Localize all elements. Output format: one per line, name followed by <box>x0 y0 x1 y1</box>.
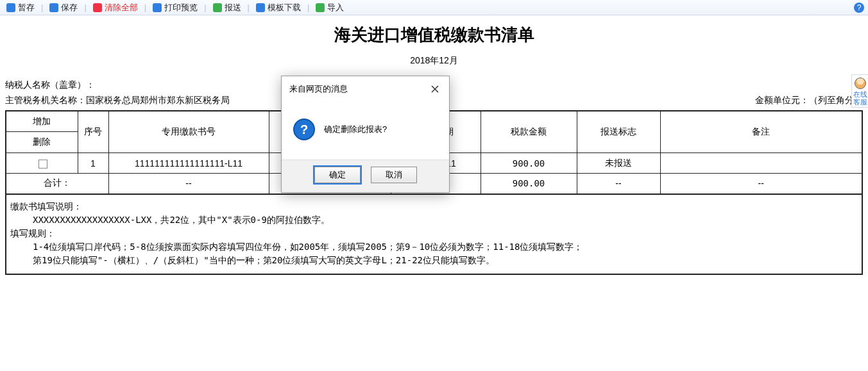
total-label: 合计： <box>6 174 108 194</box>
submit-button[interactable]: 报送 <box>210 2 244 13</box>
row-checkbox-cell <box>6 153 78 174</box>
instr-line4: 1-4位须填写口岸代码；5-8位须按票面实际内容填写四位年份，如2005年，须填… <box>10 240 858 254</box>
authority-label: 主管税务机关名称： <box>5 95 86 106</box>
dialog-close-button[interactable] <box>429 83 441 95</box>
dialog-footer: 确定 取消 <box>282 160 449 192</box>
save-label: 保存 <box>61 2 78 13</box>
help-button[interactable]: ? <box>854 3 864 13</box>
question-icon: ? <box>293 119 315 140</box>
avatar-icon <box>855 78 866 89</box>
col-submit-flag: 报送标志 <box>577 111 660 153</box>
instr-line2: XXXXXXXXXXXXXXXXXX-LXX，共22位，其中"X"表示0-9的阿… <box>10 213 858 227</box>
delete-row-button[interactable]: 删除 <box>6 132 78 153</box>
dock-label: 在线客服 <box>852 90 868 106</box>
separator: | <box>307 3 309 12</box>
col-book-no: 专用缴款书号 <box>108 111 269 153</box>
template-download-button[interactable]: 模板下载 <box>253 2 303 13</box>
dialog-body: ? 确定删除此报表? <box>282 102 449 160</box>
print-icon <box>153 3 162 12</box>
print-preview-label: 打印预览 <box>164 2 198 13</box>
col-remark: 备注 <box>660 111 862 153</box>
clear-icon <box>93 3 102 12</box>
content-area: 海关进口增值税缴款书清单 2018年12月 纳税人名称（盖章）： 主管税务机关名… <box>0 15 868 371</box>
download-icon <box>256 3 265 12</box>
dialog-ok-button[interactable]: 确定 <box>314 167 361 183</box>
period-date: 2018年12月 <box>5 55 863 67</box>
dialog-cancel-button[interactable]: 取消 <box>371 167 417 183</box>
separator: | <box>248 3 250 12</box>
cell-seq: 1 <box>78 153 108 174</box>
taxpayer-label: 纳税人名称（盖章）： <box>5 79 95 91</box>
total-remark: -- <box>660 174 862 194</box>
separator: | <box>144 3 146 12</box>
instr-line1: 缴款书填写说明： <box>10 200 858 213</box>
submit-label: 报送 <box>225 2 241 13</box>
submit-icon <box>213 3 222 12</box>
instructions-panel: 缴款书填写说明： XXXXXXXXXXXXXXXXXX-LXX，共22位，其中"… <box>5 195 863 275</box>
separator: | <box>41 3 43 12</box>
clear-all-button[interactable]: 清除全部 <box>90 2 140 13</box>
dialog-message: 确定删除此报表? <box>324 124 387 135</box>
cell-remark[interactable] <box>660 153 862 174</box>
cell-tax-amount[interactable]: 900.00 <box>481 153 577 174</box>
instr-line3: 填写规则： <box>10 227 858 240</box>
cell-submit-flag: 未报送 <box>577 153 660 174</box>
row-checkbox[interactable] <box>38 160 47 169</box>
col-tax-amount: 税款金额 <box>481 111 577 153</box>
import-label: 导入 <box>327 2 344 13</box>
confirm-dialog: 来自网页的消息 ? 确定删除此报表? 确定 取消 <box>281 76 450 193</box>
save-draft-icon <box>6 3 15 12</box>
col-seq: 序号 <box>78 111 108 153</box>
template-download-label: 模板下载 <box>268 2 301 13</box>
import-icon <box>316 3 325 12</box>
separator: | <box>84 3 86 12</box>
print-preview-button[interactable]: 打印预览 <box>150 2 200 13</box>
dialog-title: 来自网页的消息 <box>289 83 348 95</box>
amount-unit: 金额单位元：（列至角分） <box>755 95 863 106</box>
total-tax-amount: 900.00 <box>481 174 577 194</box>
page-title: 海关进口增值税缴款书清单 <box>5 24 863 46</box>
total-book-no: -- <box>108 174 269 194</box>
dialog-titlebar: 来自网页的消息 <box>282 76 449 102</box>
instr-line5: 第19位只能填写"-（横杠）、/（反斜杠）"当中的一种；第20位须填写大写的英文… <box>10 254 858 267</box>
actions-header: 增加 删除 <box>6 111 78 153</box>
add-row-button[interactable]: 增加 <box>6 111 78 132</box>
clear-all-label: 清除全部 <box>105 2 138 13</box>
toolbar: 暂存 | 保存 | 清除全部 | 打印预览 | 报送 | 模板下载 | 导入 ? <box>0 0 868 15</box>
online-service-dock[interactable]: 在线客服 <box>851 74 868 108</box>
close-icon <box>430 85 439 94</box>
separator: | <box>204 3 206 12</box>
total-submit-flag: -- <box>577 174 660 194</box>
save-draft-button[interactable]: 暂存 <box>4 2 37 13</box>
authority-value: 国家税务总局郑州市郑东新区税务局 <box>86 95 230 106</box>
save-draft-label: 暂存 <box>18 2 35 13</box>
save-icon <box>49 3 58 12</box>
import-button[interactable]: 导入 <box>313 2 346 13</box>
cell-book-no[interactable]: 111111111111111111-L11 <box>108 153 269 174</box>
save-button[interactable]: 保存 <box>47 2 80 13</box>
